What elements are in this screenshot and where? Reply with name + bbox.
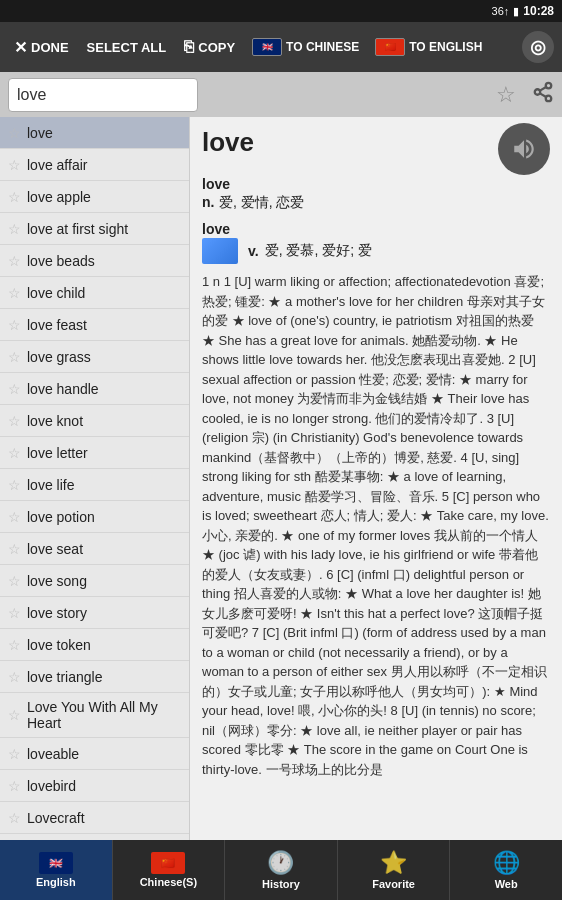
definition-title: love bbox=[202, 127, 254, 158]
word-list-item[interactable]: ☆Lovecraft bbox=[0, 802, 189, 834]
word-list-item[interactable]: ☆love life bbox=[0, 469, 189, 501]
star-icon[interactable]: ☆ bbox=[8, 605, 21, 621]
copy-button[interactable]: ⎘ COPY bbox=[178, 34, 241, 60]
word-list-item[interactable]: ☆love triangle bbox=[0, 661, 189, 693]
nav-item-chineses[interactable]: 🇨🇳Chinese(S) bbox=[113, 840, 226, 900]
more-button[interactable]: ◎ bbox=[522, 31, 554, 63]
word-label: love grass bbox=[27, 349, 181, 365]
word-label: love letter bbox=[27, 445, 181, 461]
cn-flag-nav-icon: 🇨🇳 bbox=[151, 852, 185, 874]
star-icon[interactable]: ☆ bbox=[8, 637, 21, 653]
star-icon[interactable]: ☆ bbox=[8, 285, 21, 301]
nav-item-history[interactable]: 🕐History bbox=[225, 840, 338, 900]
star-icon[interactable]: ☆ bbox=[8, 509, 21, 525]
star-icon[interactable]: ☆ bbox=[8, 157, 21, 173]
word-list-item[interactable]: ☆love potion bbox=[0, 501, 189, 533]
star-icon[interactable]: ☆ bbox=[8, 778, 21, 794]
nav-item-favorite[interactable]: ⭐Favorite bbox=[338, 840, 451, 900]
nav-label: Chinese(S) bbox=[140, 876, 197, 888]
word-label: love knot bbox=[27, 413, 181, 429]
word-list-item[interactable]: ☆love bbox=[0, 117, 189, 149]
word-label: love child bbox=[27, 285, 181, 301]
noun-label: n. bbox=[202, 194, 214, 210]
nav-label: Web bbox=[495, 878, 518, 890]
star-icon[interactable]: ☆ bbox=[8, 317, 21, 333]
word-list-item[interactable]: ☆Love You With All My Heart bbox=[0, 693, 189, 738]
nav-icon: ⭐ bbox=[380, 850, 407, 876]
word-label: love handle bbox=[27, 381, 181, 397]
word-list-item[interactable]: ☆lovebird bbox=[0, 770, 189, 802]
nav-icon: 🕐 bbox=[267, 850, 294, 876]
word-list-item[interactable]: ☆love knot bbox=[0, 405, 189, 437]
star-icon[interactable]: ☆ bbox=[8, 381, 21, 397]
uk-flag-nav-icon: 🇬🇧 bbox=[39, 852, 73, 874]
star-icon[interactable]: ☆ bbox=[8, 189, 21, 205]
main-area: ☆love☆love affair☆love apple☆love at fir… bbox=[0, 117, 562, 840]
star-icon[interactable]: ☆ bbox=[8, 253, 21, 269]
done-button[interactable]: ✕ DONE bbox=[8, 34, 75, 61]
search-input[interactable] bbox=[8, 78, 198, 112]
star-icon[interactable]: ☆ bbox=[8, 125, 21, 141]
word-list-item[interactable]: ☆love token bbox=[0, 629, 189, 661]
definition-title-row: love bbox=[202, 127, 550, 175]
toolbar: ✕ DONE SELECT ALL ⎘ COPY 🇬🇧 TO CHINESE 🇨… bbox=[0, 22, 562, 72]
word-list-item[interactable]: ☆love beads bbox=[0, 245, 189, 277]
word-label: love token bbox=[27, 637, 181, 653]
star-icon[interactable]: ☆ bbox=[8, 221, 21, 237]
word-label: love affair bbox=[27, 157, 181, 173]
star-icon[interactable]: ☆ bbox=[8, 573, 21, 589]
to-chinese-button[interactable]: 🇬🇧 TO CHINESE bbox=[247, 34, 364, 60]
bottom-nav: 🇬🇧English🇨🇳Chinese(S)🕐History⭐Favorite🌐W… bbox=[0, 840, 562, 900]
word-list-item[interactable]: ☆love seat bbox=[0, 533, 189, 565]
signal-icon: 36↑ bbox=[492, 5, 510, 17]
svg-line-3 bbox=[540, 93, 546, 97]
word-label: love potion bbox=[27, 509, 181, 525]
select-all-button[interactable]: SELECT ALL bbox=[81, 36, 173, 59]
star-icon[interactable]: ☆ bbox=[8, 541, 21, 557]
status-bar: 36↑ ▮ 10:28 bbox=[0, 0, 562, 22]
word-list-item[interactable]: ☆love child bbox=[0, 277, 189, 309]
cn-flag-icon: 🇨🇳 bbox=[375, 38, 405, 56]
share-icon[interactable] bbox=[532, 81, 554, 108]
word-list-item[interactable]: ☆love feast bbox=[0, 309, 189, 341]
nav-item-web[interactable]: 🌐Web bbox=[450, 840, 562, 900]
word-list-item[interactable]: ☆love handle bbox=[0, 373, 189, 405]
star-icon[interactable]: ☆ bbox=[8, 445, 21, 461]
uk-flag-icon: 🇬🇧 bbox=[252, 38, 282, 56]
star-icon[interactable]: ☆ bbox=[8, 477, 21, 493]
star-icon[interactable]: ☆ bbox=[8, 810, 21, 826]
nav-label: English bbox=[36, 876, 76, 888]
word-label: love triangle bbox=[27, 669, 181, 685]
to-english-button[interactable]: 🇨🇳 TO ENGLISH bbox=[370, 34, 487, 60]
star-icon[interactable]: ☆ bbox=[8, 413, 21, 429]
word-list-item[interactable]: ☆love apple bbox=[0, 181, 189, 213]
nav-item-english[interactable]: 🇬🇧English bbox=[0, 840, 113, 900]
word-list-item[interactable]: ☆loveable bbox=[0, 738, 189, 770]
favorite-icon[interactable]: ☆ bbox=[496, 82, 516, 108]
word-label: love bbox=[27, 125, 181, 141]
verb-translation: 爱, 爱慕, 爱好; 爱 bbox=[265, 242, 372, 260]
copy-icon: ⎘ bbox=[184, 38, 194, 56]
word-label: love song bbox=[27, 573, 181, 589]
word-label: love apple bbox=[27, 189, 181, 205]
word-list-item[interactable]: ☆love affair bbox=[0, 149, 189, 181]
search-bar: ☆ bbox=[0, 72, 562, 117]
star-icon[interactable]: ☆ bbox=[8, 746, 21, 762]
word-list-item[interactable]: ☆love letter bbox=[0, 437, 189, 469]
word-list-item[interactable]: ☆love at first sight bbox=[0, 213, 189, 245]
word-list-item[interactable]: ☆love grass bbox=[0, 341, 189, 373]
search-actions: ☆ bbox=[206, 81, 554, 108]
more-icon: ◎ bbox=[530, 36, 546, 58]
star-icon[interactable]: ☆ bbox=[8, 349, 21, 365]
word-list-item[interactable]: ☆love song bbox=[0, 565, 189, 597]
speaker-button[interactable] bbox=[498, 123, 550, 175]
word-label: love life bbox=[27, 477, 181, 493]
definition-body: 1 n 1 [U] warm liking or affection; affe… bbox=[202, 272, 550, 779]
star-icon[interactable]: ☆ bbox=[8, 669, 21, 685]
definition-panel: love love n. 爱, 爱情, 恋爱 love v. bbox=[190, 117, 562, 840]
verb-section: love v. 爱, 爱慕, 爱好; 爱 bbox=[202, 220, 550, 264]
noun-translation: 爱, 爱情, 恋爱 bbox=[219, 194, 305, 210]
star-icon[interactable]: ☆ bbox=[8, 707, 21, 723]
noun-section: love n. 爱, 爱情, 恋爱 bbox=[202, 175, 550, 212]
word-list-item[interactable]: ☆love story bbox=[0, 597, 189, 629]
